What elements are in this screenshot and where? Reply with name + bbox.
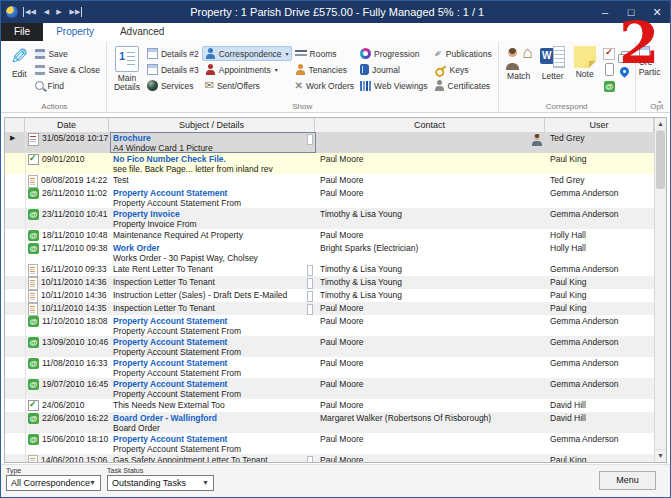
table-row[interactable]: 15/06/2010 18:10Property Account Stateme… bbox=[5, 433, 654, 454]
app-window: ◀◀ ◀ ▶ ▶▶ Property : 1 Parish Drive £575… bbox=[0, 0, 671, 498]
subject-link[interactable]: Property Invoice bbox=[113, 209, 302, 219]
ribbon-item-details-3[interactable]: Details #3 bbox=[144, 62, 202, 77]
ribbon-item-keys[interactable]: Keys bbox=[431, 62, 495, 77]
table-row[interactable]: 13/09/2010 10:46Property Account Stateme… bbox=[5, 336, 654, 357]
table-row[interactable]: 23/11/2010 10:41Property InvoiceProperty… bbox=[5, 208, 654, 229]
email-icon bbox=[28, 434, 39, 445]
record-last-icon[interactable]: ▶▶ bbox=[69, 7, 83, 17]
ribbon-item-details-2[interactable]: Details #2 bbox=[144, 46, 202, 61]
table-row[interactable]: 19/07/2010 16:45Property Account Stateme… bbox=[5, 378, 654, 399]
ribbon-item-publications[interactable]: Publications bbox=[431, 46, 495, 61]
ribbon-item-work-orders[interactable]: Work Orders bbox=[292, 78, 357, 93]
scroll-up-icon[interactable]: ▲ bbox=[655, 118, 666, 131]
table-row[interactable]: 26/11/2010 11:02Property Account Stateme… bbox=[5, 187, 654, 208]
subject-link[interactable]: Property Account Statement bbox=[113, 379, 302, 389]
table-row[interactable]: 11/08/2010 16:33Property Account Stateme… bbox=[5, 357, 654, 378]
column-header-subject-details[interactable]: Subject / Details bbox=[109, 118, 315, 132]
subject-link[interactable]: Property Account Statement bbox=[113, 188, 302, 198]
subject-link[interactable]: Board Order - Wallingford bbox=[113, 413, 302, 423]
cell-contact: Paul Moore bbox=[316, 315, 546, 336]
row-selector-cell bbox=[5, 315, 26, 336]
ribbon-button-match[interactable]: Match bbox=[503, 44, 535, 100]
ribbon-item-rooms[interactable]: Rooms bbox=[292, 46, 357, 61]
subject-link[interactable]: No Fico Number Check File. bbox=[113, 154, 302, 164]
ribbon-button-note[interactable]: Note bbox=[571, 44, 599, 100]
grid-header: DateSubject / DetailsContactUser bbox=[5, 118, 654, 133]
column-header-date[interactable]: Date bbox=[25, 118, 109, 132]
cell-user: Gemma Anderson bbox=[546, 378, 654, 399]
minimize-button[interactable]: – bbox=[592, 1, 618, 23]
ribbon-item-certificates[interactable]: Certificates bbox=[431, 78, 495, 93]
ribbon-item-find[interactable]: Find bbox=[32, 78, 103, 93]
email-icon bbox=[28, 413, 39, 424]
subject-link[interactable]: Property Account Statement bbox=[113, 358, 302, 368]
ribbon-item-services[interactable]: Services bbox=[144, 78, 202, 93]
table-row[interactable]: 11/10/2010 18:08Property Account Stateme… bbox=[5, 315, 654, 336]
tab-advanced[interactable]: Advanced bbox=[107, 23, 177, 41]
ribbon-collapse-icon[interactable]: ⌃ bbox=[652, 99, 667, 110]
cell-subject: Instruction Letter (Sales) - Draft Dets … bbox=[110, 289, 316, 302]
show-column-5: PublicationsKeysCertificates bbox=[431, 44, 495, 100]
column-header-user[interactable]: User bbox=[545, 118, 654, 132]
scroll-down-icon[interactable]: ▼ bbox=[655, 449, 666, 462]
attach-word-icon bbox=[299, 455, 314, 462]
cell-contact: Paul Moore bbox=[316, 357, 546, 378]
cell-user: David Hill bbox=[546, 412, 654, 433]
ribbon-button-edit[interactable]: Edit bbox=[7, 44, 31, 100]
ribbon-item-web-viewings[interactable]: Web Viewings bbox=[357, 78, 431, 93]
row-selector-cell bbox=[5, 229, 26, 242]
cell-contact: Timothy & Lisa Young bbox=[316, 263, 546, 276]
vertical-scrollbar[interactable]: ▲ ▼ bbox=[654, 118, 666, 462]
table-row[interactable]: 10/11/2010 14:36Instruction Letter (Sale… bbox=[5, 289, 654, 302]
ribbon-item-sent-offers[interactable]: Sent/Offers bbox=[202, 78, 292, 93]
cell-subject: Property Account StatementProperty Accou… bbox=[110, 357, 316, 378]
table-row[interactable]: ▶31/05/2018 10:17BrochureA4 Window Card … bbox=[5, 132, 654, 153]
table-row[interactable]: 16/11/2010 09:33Late Rent Letter To Tena… bbox=[5, 263, 654, 276]
subject-link[interactable]: Property Account Statement bbox=[113, 434, 302, 444]
type-filter-dropdown[interactable]: All Correspondence ▼ bbox=[6, 475, 101, 491]
ribbon-button-letter[interactable]: WLetter bbox=[537, 44, 569, 100]
ribbon-item-label: Publications bbox=[446, 49, 492, 59]
cell-date: 11/10/2010 18:08 bbox=[26, 315, 110, 336]
ribbon-item-save-close[interactable]: Save & Close bbox=[32, 62, 103, 77]
menu-button[interactable]: Menu bbox=[599, 471, 656, 490]
table-row[interactable]: 08/08/2019 14:22TestPaul MooreTed Grey bbox=[5, 174, 654, 187]
word-icon: W bbox=[540, 46, 566, 70]
table-row[interactable]: 22/06/2010 16:22Board Order - Wallingfor… bbox=[5, 412, 654, 433]
tab-property[interactable]: Property bbox=[43, 23, 107, 41]
contact-text: Margaret Walker (Robertsons Of Risboroug… bbox=[320, 413, 491, 423]
record-first-icon[interactable]: ◀◀ bbox=[23, 7, 37, 17]
row-selector-cell bbox=[5, 433, 26, 454]
row-selector-cell bbox=[5, 174, 26, 187]
table-row[interactable]: 10/11/2010 14:35Inspection Letter To Ten… bbox=[5, 302, 654, 315]
show-column-4: ProgressionJournalWeb Viewings bbox=[357, 44, 431, 100]
subject-text: Instruction Letter (Sales) - Draft Dets … bbox=[113, 290, 302, 300]
subject-link[interactable]: Property Account Statement bbox=[113, 337, 302, 347]
email-icon bbox=[28, 209, 39, 220]
record-prev-icon[interactable]: ◀ bbox=[44, 7, 49, 17]
row-selector-cell bbox=[5, 242, 26, 263]
subject-link[interactable]: Work Order bbox=[113, 243, 302, 253]
match-icon bbox=[506, 46, 532, 70]
record-next-icon[interactable]: ▶ bbox=[56, 7, 61, 17]
column-header-contact[interactable]: Contact bbox=[315, 118, 545, 132]
table-row[interactable]: 14/06/2010 15:06Gas Safety Appointment L… bbox=[5, 454, 654, 462]
ribbon-item-save[interactable]: Save bbox=[32, 46, 103, 61]
ribbon-item-tenancies[interactable]: Tenancies bbox=[292, 62, 357, 77]
scrollbar-thumb[interactable] bbox=[656, 131, 665, 189]
ribbon-mini-email-at[interactable] bbox=[604, 78, 615, 96]
ribbon-item-progression[interactable]: Progression bbox=[357, 46, 431, 61]
table-row[interactable]: 10/11/2010 14:36Inspection Letter To Ten… bbox=[5, 276, 654, 289]
subject-link[interactable]: Property Account Statement bbox=[113, 316, 302, 326]
table-row[interactable]: 18/11/2010 10:48Maintenance Required At … bbox=[5, 229, 654, 242]
ribbon-item-journal[interactable]: Journal bbox=[357, 62, 431, 77]
ribbon-button-main-details[interactable]: Main Details bbox=[111, 44, 143, 100]
table-row[interactable]: 09/01/2010No Fico Number Check File.see … bbox=[5, 153, 654, 174]
ribbon-item-appointments[interactable]: Appointments▾ bbox=[202, 62, 292, 77]
table-row[interactable]: 24/06/2010This Needs New External TooPau… bbox=[5, 399, 654, 412]
task-status-dropdown[interactable]: Outstanding Tasks ▼ bbox=[107, 475, 214, 491]
table-row[interactable]: 17/11/2010 09:38Work OrderWorks Order - … bbox=[5, 242, 654, 263]
subject-link[interactable]: Brochure bbox=[113, 133, 302, 143]
ribbon-item-correspondence[interactable]: Correspondence▾ bbox=[202, 46, 292, 61]
tab-file[interactable]: File bbox=[1, 23, 43, 41]
